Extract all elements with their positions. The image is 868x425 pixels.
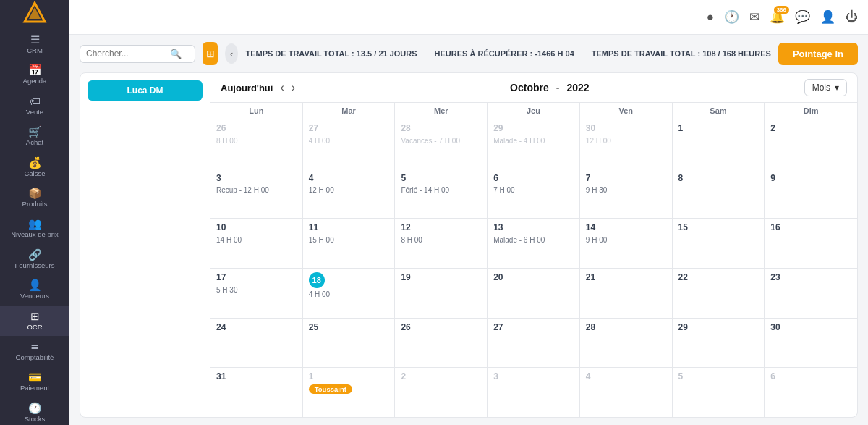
user-badge[interactable]: Luca DM [88, 80, 203, 101]
stat-heures-total: TEMPS DE TRAVAIL TOTAL : 108 / 168 HEURE… [592, 49, 771, 58]
calendar-cell[interactable]: 5Férié - 14 H 00 [395, 169, 488, 219]
sidebar-item-label: OCR [27, 323, 42, 331]
day-number: 13 [493, 222, 503, 234]
calendar-cell[interactable]: 128 H 00 [395, 219, 488, 268]
calendar-cell[interactable]: 30 [765, 319, 857, 368]
day-number: 2 [401, 371, 406, 383]
calendar-cell[interactable]: 19 [395, 269, 488, 318]
next-month-button[interactable]: › [292, 81, 295, 94]
sidebar-item-paiement[interactable]: 💳 Paiement [0, 366, 69, 397]
calendar-cell[interactable]: 15 [673, 219, 765, 268]
calendar-cell[interactable]: 1 [673, 119, 765, 169]
calendar-cell[interactable]: 268 H 00 [210, 119, 303, 169]
day-info: 8 H 00 [216, 136, 237, 146]
calendar-cell[interactable]: 21 [580, 269, 673, 318]
day-number: 1 [678, 123, 684, 135]
calendar-container: Luca DM Aujourd'hui ‹ › Octobre - 2022 [80, 72, 858, 418]
calendar-cell[interactable]: 3Recup - 12 H 00 [210, 169, 303, 219]
weekday-dim: Dim [765, 103, 857, 119]
calendar-cell[interactable]: 28 [580, 319, 673, 368]
calendar-cell[interactable]: 1014 H 00 [210, 219, 303, 268]
search-box[interactable]: 🔍 [80, 45, 195, 63]
sidebar-item-stocks[interactable]: 🕐 Stocks [0, 397, 69, 425]
clock-icon[interactable]: 🕐 [724, 9, 739, 25]
sidebar-item-label: CRM [27, 46, 43, 54]
calendar-cell[interactable]: 6 [765, 368, 857, 417]
achat-icon: 🛒 [28, 126, 42, 137]
day-info: 14 H 00 [216, 235, 242, 245]
produits-icon: 📦 [28, 188, 42, 198]
day-number: 18 [309, 272, 325, 288]
calendar-cell[interactable]: 2 [765, 119, 857, 169]
day-info: Malade - 6 H 00 [493, 235, 545, 245]
day-number: 3 [216, 173, 221, 185]
back-button[interactable]: ‹ [225, 43, 238, 64]
calendar-cell[interactable]: 25 [303, 319, 396, 368]
content-area: 🔍 ⊞ ‹ TEMPS DE TRAVAIL TOTAL : 13.5 / 21… [69, 35, 868, 425]
calendar-row: 268 H 00274 H 0028Vacances - 7 H 0029Mal… [210, 119, 857, 169]
sidebar-item-caisse[interactable]: 💰 Caisse [0, 152, 69, 182]
day-number: 24 [216, 322, 226, 334]
calendar-cell[interactable]: 175 H 30 [210, 269, 303, 318]
weekday-sam: Sam [673, 103, 765, 119]
sidebar-item-fournisseurs[interactable]: 🔗 Fournisseurs [0, 244, 69, 274]
calendar-cell[interactable]: 274 H 00 [303, 119, 396, 169]
calendar-cell[interactable]: 412 H 00 [303, 169, 396, 219]
sidebar-item-agenda[interactable]: 📅 Agenda [0, 59, 69, 90]
calendar-right: Aujourd'hui ‹ › Octobre - 2022 Mois ▾ [210, 73, 857, 417]
weekday-jeu: Jeu [488, 103, 580, 119]
today-button[interactable]: Aujourd'hui [221, 83, 273, 93]
calendar-month-year: Octobre - 2022 [302, 82, 797, 93]
sidebar-item-produits[interactable]: 📦 Produits [0, 182, 69, 213]
power-icon[interactable]: ⏻ [846, 10, 858, 25]
sidebar-item-ocr[interactable]: ⊞ OCR [0, 306, 69, 336]
calendar-cell[interactable]: 20 [488, 269, 580, 318]
calendar-cell[interactable]: 31 [210, 368, 303, 417]
calendar-cell[interactable]: 29 [673, 319, 765, 368]
calendar-cell[interactable]: 1115 H 00 [303, 219, 396, 268]
calendar-cell[interactable]: 22 [673, 269, 765, 318]
calendar-cell[interactable]: 149 H 00 [580, 219, 673, 268]
calendar-cell[interactable]: 29Malade - 4 H 00 [488, 119, 580, 169]
sidebar-item-comptabilite[interactable]: ≣ Comptabilité [0, 336, 69, 366]
calendar-cell[interactable]: 4 [580, 368, 673, 417]
calendar-cell[interactable]: 1Toussaint [303, 368, 396, 417]
month-year-separator: - [556, 82, 560, 93]
calendar-cell[interactable]: 5 [673, 368, 765, 417]
prev-month-button[interactable]: ‹ [280, 81, 284, 94]
day-number: 29 [678, 322, 688, 334]
view-select[interactable]: Mois ▾ [804, 79, 847, 96]
user-icon[interactable]: 👤 [820, 9, 835, 25]
day-number: 27 [309, 123, 318, 135]
sidebar-item-crm[interactable]: ☰ CRM [0, 29, 69, 59]
notification-bell-icon[interactable]: 🔔 366 [770, 9, 785, 25]
calendar-cell[interactable]: 67 H 00 [488, 169, 580, 219]
sidebar-item-niveaux-prix[interactable]: 👥 Niveaux de prix [0, 213, 69, 243]
day-number: 25 [309, 322, 318, 334]
chat-icon[interactable]: 💬 [795, 9, 810, 25]
calendar-cell[interactable]: 16 [765, 219, 857, 268]
day-number: 14 [586, 222, 595, 234]
sidebar: ☰ CRM 📅 Agenda 🏷 Vente 🛒 Achat 💰 Caisse … [0, 0, 69, 425]
calendar-cell[interactable]: 26 [395, 319, 488, 368]
calendar-cell[interactable]: 3 [488, 368, 580, 417]
calendar-cell[interactable]: 28Vacances - 7 H 00 [395, 119, 488, 169]
calendar-cell[interactable]: 23 [765, 269, 857, 318]
filter-button[interactable]: ⊞ [203, 42, 218, 65]
calendar-cell[interactable]: 27 [488, 319, 580, 368]
sidebar-item-vendeurs[interactable]: 👤 Vendeurs [0, 274, 69, 305]
sidebar-item-achat[interactable]: 🛒 Achat [0, 121, 69, 151]
calendar-cell[interactable]: 184 H 00 [303, 269, 396, 318]
pointage-button[interactable]: Pointage In [778, 43, 858, 65]
calendar-cell[interactable]: 8 [673, 169, 765, 219]
calendar-cell[interactable]: 24 [210, 319, 303, 368]
calendar-cell[interactable]: 13Malade - 6 H 00 [488, 219, 580, 268]
search-input[interactable] [86, 49, 166, 59]
calendar-cell[interactable]: 2 [395, 368, 488, 417]
sidebar-item-vente[interactable]: 🏷 Vente [0, 91, 69, 121]
calendar-cell[interactable]: 3012 H 00 [580, 119, 673, 169]
mail-icon[interactable]: ✉ [749, 9, 760, 25]
sidebar-navigation: ☰ CRM 📅 Agenda 🏷 Vente 🛒 Achat 💰 Caisse … [0, 29, 69, 425]
calendar-cell[interactable]: 9 [765, 169, 857, 219]
calendar-cell[interactable]: 79 H 30 [580, 169, 673, 219]
